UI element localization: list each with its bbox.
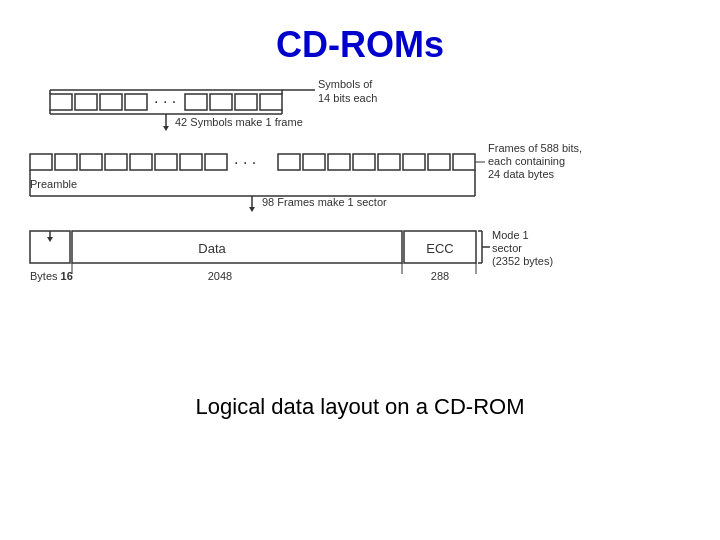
svg-rect-23 xyxy=(155,154,177,170)
symbols-label-line2: 14 bits each xyxy=(318,92,377,104)
svg-text:· · ·: · · · xyxy=(154,93,176,110)
svg-rect-31 xyxy=(378,154,400,170)
svg-rect-8 xyxy=(260,94,282,110)
frame-label: 42 Symbols make 1 frame xyxy=(175,116,303,128)
svg-rect-20 xyxy=(80,154,102,170)
svg-text:· · ·: · · · xyxy=(234,154,256,171)
frames-label-line2: each containing xyxy=(488,155,565,167)
sector-label: 98 Frames make 1 sector xyxy=(262,196,387,208)
svg-rect-2 xyxy=(100,94,122,110)
svg-rect-3 xyxy=(125,94,147,110)
svg-rect-33 xyxy=(428,154,450,170)
svg-marker-40 xyxy=(249,207,255,212)
svg-rect-32 xyxy=(403,154,425,170)
preamble-label: Preamble xyxy=(30,178,77,190)
ecc-label: ECC xyxy=(426,241,453,256)
frames-label-line1: Frames of 588 bits, xyxy=(488,142,582,154)
svg-rect-18 xyxy=(30,154,52,170)
svg-rect-19 xyxy=(55,154,77,170)
svg-rect-30 xyxy=(353,154,375,170)
svg-rect-28 xyxy=(303,154,325,170)
mode1-label-line1: Mode 1 xyxy=(492,229,529,241)
svg-rect-29 xyxy=(328,154,350,170)
svg-rect-1 xyxy=(75,94,97,110)
svg-rect-44 xyxy=(72,231,402,263)
data-label: Data xyxy=(198,241,226,256)
svg-rect-25 xyxy=(205,154,227,170)
caption: Logical data layout on a CD-ROM xyxy=(0,394,720,420)
symbols-label-line1: Symbols of xyxy=(318,78,373,90)
svg-rect-24 xyxy=(180,154,202,170)
svg-rect-5 xyxy=(185,94,207,110)
svg-rect-6 xyxy=(210,94,232,110)
svg-rect-34 xyxy=(453,154,475,170)
bytes2048-label: 2048 xyxy=(208,270,232,282)
page-title: CD-ROMs xyxy=(0,0,720,76)
bytes288-label: 288 xyxy=(431,270,449,282)
bytes16-label: Bytes 16 xyxy=(30,270,73,282)
mode1-label-line3: (2352 bytes) xyxy=(492,255,553,267)
frames-label-line3: 24 data bytes xyxy=(488,168,555,180)
svg-marker-17 xyxy=(163,126,169,131)
svg-rect-7 xyxy=(235,94,257,110)
svg-rect-0 xyxy=(50,94,72,110)
diagram-container: · · · Symbols of 14 bits each 42 Symbols… xyxy=(20,76,700,386)
svg-rect-21 xyxy=(105,154,127,170)
mode1-label-line2: sector xyxy=(492,242,522,254)
diagram-svg: · · · Symbols of 14 bits each 42 Symbols… xyxy=(20,76,700,386)
svg-rect-27 xyxy=(278,154,300,170)
svg-rect-22 xyxy=(130,154,152,170)
